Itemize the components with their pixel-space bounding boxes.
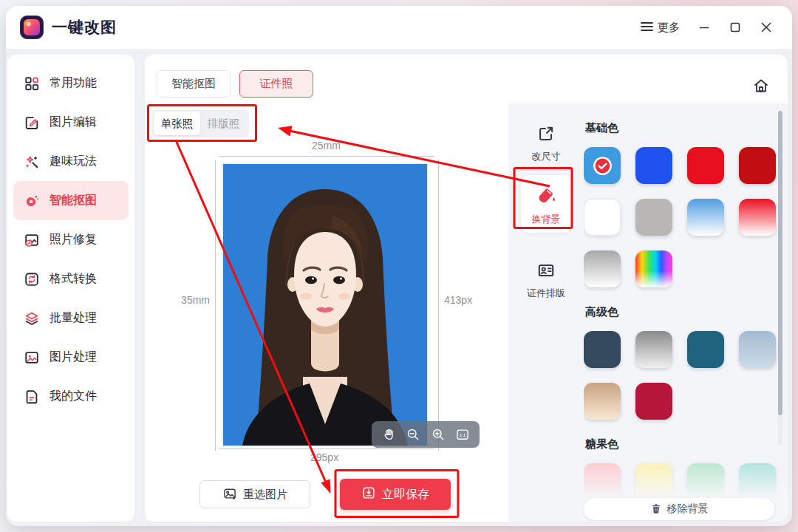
reselect-image-button[interactable]: 重选图片 [200,480,310,508]
svg-text:1:1: 1:1 [460,432,466,437]
color-section-title: 糖果色 [585,437,788,451]
color-swatch[interactable] [635,147,672,184]
sidebar-item-convert[interactable]: 格式转换 [13,259,129,299]
color-swatch[interactable] [635,463,672,500]
ruler-bottom [219,449,434,449]
tools-list: 改尺寸 换背景 证件排版 [508,103,584,300]
sidebar-item-fun[interactable]: 趣味玩法 [13,142,129,181]
id-photo-preview[interactable] [223,164,427,446]
save-now-label: 立即保存 [382,487,429,502]
ruler-top [219,156,434,157]
color-swatch[interactable] [739,199,776,236]
scrollbar-track [778,111,782,445]
color-swatch[interactable] [687,463,724,500]
fit-ratio-icon[interactable]: 1:1 [454,426,471,443]
sidebar-item-image[interactable]: 图片处理 [13,338,129,377]
sidebar-item-edit[interactable]: 图片编辑 [13,103,129,142]
color-swatch[interactable] [635,383,672,420]
sidebar-item-label: 批量处理 [50,310,97,326]
tab-smart-cutout[interactable]: 智能抠图 [157,70,231,98]
tool-idlayout[interactable]: 证件排版 [527,261,565,300]
home-button[interactable] [751,75,771,96]
sidebar-item-files[interactable]: 我的文件 [13,377,129,416]
color-swatch[interactable] [584,250,621,287]
batch-icon [24,310,40,327]
sidebar-menu: 常用功能 图片编辑 趣味玩法 智能抠图 照片修复 格式转换 批量处理 图片处理 … [13,64,129,416]
color-swatch[interactable] [739,331,776,368]
subtab-single-photo[interactable]: 单张照 [154,112,200,135]
tab-id-photo[interactable]: 证件照 [239,70,313,98]
sidebar: 常用功能 图片编辑 趣味玩法 智能抠图 照片修复 格式转换 批量处理 图片处理 … [7,55,134,522]
idlayout-icon [536,261,556,283]
subtab-layout-photo[interactable]: 排版照 [200,112,247,135]
tool-label: 换背景 [532,213,561,226]
sidebar-item-label: 趣味玩法 [50,154,97,169]
download-icon [361,485,376,503]
screen: { "titlebar": { "app_name": "一键改图", "mor… [0,0,798,532]
swatch-grid [584,331,788,420]
repair-icon [24,232,40,248]
sidebar-item-label: 格式转换 [50,271,97,287]
color-swatch[interactable] [635,250,672,287]
color-swatch-selected[interactable] [584,147,621,184]
reselect-image-icon [222,486,237,503]
trash-icon [650,502,662,516]
sidebar-item-label: 常用功能 [50,75,97,91]
sidebar-item-repair[interactable]: 照片修复 [13,220,129,259]
color-swatch[interactable] [584,383,621,420]
color-swatch[interactable] [739,463,776,500]
tool-bucket[interactable]: 换背景 [521,175,571,233]
ruler-right [438,160,439,451]
zoom-out-icon[interactable] [405,426,421,443]
grid-icon [24,75,40,92]
color-swatch[interactable] [687,199,724,236]
sidebar-item-grid[interactable]: 常用功能 [13,64,129,103]
image-icon [24,349,40,366]
color-swatch[interactable] [584,331,621,368]
remove-background-button[interactable]: 移除背景 [584,498,774,520]
color-swatch[interactable] [687,147,724,184]
sidebar-item-label: 照片修复 [50,232,97,248]
color-swatch[interactable] [635,331,672,368]
selected-check-icon [593,156,613,176]
main-panel: 智能抠图证件照 单张照排版照 25mm 35mm 413px 295px [145,55,788,522]
color-swatch[interactable] [687,331,724,368]
color-swatch[interactable] [635,199,672,236]
minimize-button[interactable] [692,16,717,38]
color-swatch[interactable] [584,463,621,500]
more-menu-button[interactable]: 更多 [635,16,686,39]
color-swatch[interactable] [584,199,621,236]
save-now-button[interactable]: 立即保存 [340,479,451,510]
fun-icon [24,154,40,170]
swatch-grid [584,147,788,287]
pan-hand-icon[interactable] [381,426,397,443]
measure-width-mm: 25mm [312,140,341,151]
cutout-icon [24,193,40,209]
sidebar-item-batch[interactable]: 批量处理 [13,299,129,338]
measure-height-px: 413px [444,294,472,306]
zoom-in-icon[interactable] [430,426,446,443]
sidebar-item-label: 图片处理 [50,349,97,365]
sidebar-item-label: 智能抠图 [50,193,97,208]
measure-height-mm: 35mm [180,294,210,306]
edit-icon [24,115,40,131]
color-swatch[interactable] [739,147,776,184]
maximize-button[interactable] [723,16,748,38]
ruler-left [215,160,216,451]
remove-background-label: 移除背景 [667,502,709,516]
view-toolbar: 1:1 [372,421,480,448]
tool-label: 改尺寸 [532,150,561,163]
more-menu-label: 更多 [658,21,680,35]
tool-label: 证件排版 [527,287,565,300]
reselect-image-label: 重选图片 [243,488,287,502]
close-button[interactable] [754,16,779,38]
bucket-icon [535,184,557,209]
color-section-title: 基础色 [585,121,788,135]
sidebar-item-label: 我的文件 [50,389,97,404]
sidebar-item-label: 图片编辑 [50,115,97,130]
app-title: 一键改图 [52,17,117,38]
app-window: 一键改图 更多 常用功能 图片编辑 趣味玩法 智能抠图 照片修复 [6,6,792,526]
tool-resize[interactable]: 改尺寸 [532,124,561,163]
sidebar-item-cutout[interactable]: 智能抠图 [13,181,129,220]
scrollbar-thumb[interactable] [778,111,782,415]
